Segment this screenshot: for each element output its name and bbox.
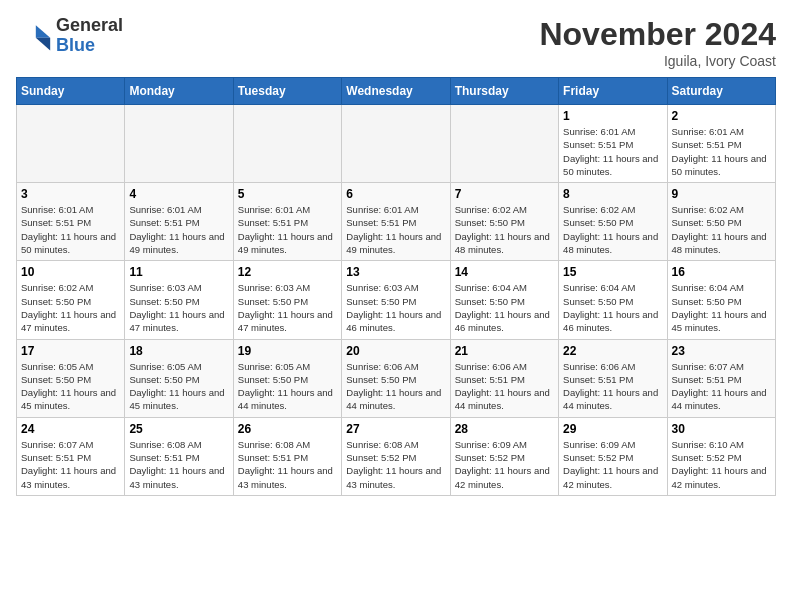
calendar-cell: 18Sunrise: 6:05 AM Sunset: 5:50 PM Dayli… bbox=[125, 339, 233, 417]
day-info: Sunrise: 6:05 AM Sunset: 5:50 PM Dayligh… bbox=[129, 360, 228, 413]
day-of-week-header: Monday bbox=[125, 78, 233, 105]
day-info: Sunrise: 6:01 AM Sunset: 5:51 PM Dayligh… bbox=[563, 125, 662, 178]
logo-blue: Blue bbox=[56, 35, 95, 55]
day-info: Sunrise: 6:04 AM Sunset: 5:50 PM Dayligh… bbox=[455, 281, 554, 334]
day-number: 27 bbox=[346, 422, 445, 436]
day-number: 20 bbox=[346, 344, 445, 358]
calendar-cell bbox=[450, 105, 558, 183]
calendar-cell: 12Sunrise: 6:03 AM Sunset: 5:50 PM Dayli… bbox=[233, 261, 341, 339]
calendar-cell: 15Sunrise: 6:04 AM Sunset: 5:50 PM Dayli… bbox=[559, 261, 667, 339]
day-info: Sunrise: 6:02 AM Sunset: 5:50 PM Dayligh… bbox=[455, 203, 554, 256]
calendar-cell: 5Sunrise: 6:01 AM Sunset: 5:51 PM Daylig… bbox=[233, 183, 341, 261]
calendar-cell: 25Sunrise: 6:08 AM Sunset: 5:51 PM Dayli… bbox=[125, 417, 233, 495]
calendar-cell: 8Sunrise: 6:02 AM Sunset: 5:50 PM Daylig… bbox=[559, 183, 667, 261]
day-info: Sunrise: 6:08 AM Sunset: 5:51 PM Dayligh… bbox=[129, 438, 228, 491]
day-number: 25 bbox=[129, 422, 228, 436]
day-info: Sunrise: 6:01 AM Sunset: 5:51 PM Dayligh… bbox=[238, 203, 337, 256]
calendar-cell: 17Sunrise: 6:05 AM Sunset: 5:50 PM Dayli… bbox=[17, 339, 125, 417]
calendar-week-row: 1Sunrise: 6:01 AM Sunset: 5:51 PM Daylig… bbox=[17, 105, 776, 183]
day-number: 4 bbox=[129, 187, 228, 201]
day-info: Sunrise: 6:04 AM Sunset: 5:50 PM Dayligh… bbox=[563, 281, 662, 334]
day-of-week-header: Tuesday bbox=[233, 78, 341, 105]
day-info: Sunrise: 6:05 AM Sunset: 5:50 PM Dayligh… bbox=[238, 360, 337, 413]
calendar-cell: 11Sunrise: 6:03 AM Sunset: 5:50 PM Dayli… bbox=[125, 261, 233, 339]
calendar-cell: 1Sunrise: 6:01 AM Sunset: 5:51 PM Daylig… bbox=[559, 105, 667, 183]
svg-marker-1 bbox=[36, 38, 50, 51]
day-number: 18 bbox=[129, 344, 228, 358]
day-number: 22 bbox=[563, 344, 662, 358]
calendar-cell: 6Sunrise: 6:01 AM Sunset: 5:51 PM Daylig… bbox=[342, 183, 450, 261]
calendar-week-row: 24Sunrise: 6:07 AM Sunset: 5:51 PM Dayli… bbox=[17, 417, 776, 495]
day-info: Sunrise: 6:07 AM Sunset: 5:51 PM Dayligh… bbox=[672, 360, 771, 413]
calendar-cell: 30Sunrise: 6:10 AM Sunset: 5:52 PM Dayli… bbox=[667, 417, 775, 495]
calendar-cell: 2Sunrise: 6:01 AM Sunset: 5:51 PM Daylig… bbox=[667, 105, 775, 183]
day-number: 30 bbox=[672, 422, 771, 436]
calendar-cell: 21Sunrise: 6:06 AM Sunset: 5:51 PM Dayli… bbox=[450, 339, 558, 417]
day-info: Sunrise: 6:01 AM Sunset: 5:51 PM Dayligh… bbox=[21, 203, 120, 256]
day-info: Sunrise: 6:09 AM Sunset: 5:52 PM Dayligh… bbox=[563, 438, 662, 491]
calendar-cell: 27Sunrise: 6:08 AM Sunset: 5:52 PM Dayli… bbox=[342, 417, 450, 495]
calendar-cell: 7Sunrise: 6:02 AM Sunset: 5:50 PM Daylig… bbox=[450, 183, 558, 261]
calendar-cell: 19Sunrise: 6:05 AM Sunset: 5:50 PM Dayli… bbox=[233, 339, 341, 417]
day-number: 1 bbox=[563, 109, 662, 123]
calendar-cell: 13Sunrise: 6:03 AM Sunset: 5:50 PM Dayli… bbox=[342, 261, 450, 339]
day-info: Sunrise: 6:02 AM Sunset: 5:50 PM Dayligh… bbox=[672, 203, 771, 256]
day-info: Sunrise: 6:04 AM Sunset: 5:50 PM Dayligh… bbox=[672, 281, 771, 334]
day-number: 24 bbox=[21, 422, 120, 436]
day-number: 14 bbox=[455, 265, 554, 279]
day-of-week-header: Sunday bbox=[17, 78, 125, 105]
calendar-cell: 16Sunrise: 6:04 AM Sunset: 5:50 PM Dayli… bbox=[667, 261, 775, 339]
calendar-week-row: 10Sunrise: 6:02 AM Sunset: 5:50 PM Dayli… bbox=[17, 261, 776, 339]
day-info: Sunrise: 6:10 AM Sunset: 5:52 PM Dayligh… bbox=[672, 438, 771, 491]
day-number: 9 bbox=[672, 187, 771, 201]
page-header: General Blue November 2024 Iguila, Ivory… bbox=[16, 16, 776, 69]
day-info: Sunrise: 6:01 AM Sunset: 5:51 PM Dayligh… bbox=[672, 125, 771, 178]
day-number: 19 bbox=[238, 344, 337, 358]
calendar-week-row: 17Sunrise: 6:05 AM Sunset: 5:50 PM Dayli… bbox=[17, 339, 776, 417]
calendar-cell: 28Sunrise: 6:09 AM Sunset: 5:52 PM Dayli… bbox=[450, 417, 558, 495]
day-number: 13 bbox=[346, 265, 445, 279]
day-info: Sunrise: 6:06 AM Sunset: 5:51 PM Dayligh… bbox=[455, 360, 554, 413]
day-number: 17 bbox=[21, 344, 120, 358]
day-number: 2 bbox=[672, 109, 771, 123]
day-of-week-header: Wednesday bbox=[342, 78, 450, 105]
day-number: 3 bbox=[21, 187, 120, 201]
day-info: Sunrise: 6:03 AM Sunset: 5:50 PM Dayligh… bbox=[238, 281, 337, 334]
day-info: Sunrise: 6:06 AM Sunset: 5:51 PM Dayligh… bbox=[563, 360, 662, 413]
day-info: Sunrise: 6:01 AM Sunset: 5:51 PM Dayligh… bbox=[346, 203, 445, 256]
calendar-cell: 14Sunrise: 6:04 AM Sunset: 5:50 PM Dayli… bbox=[450, 261, 558, 339]
logo: General Blue bbox=[16, 16, 123, 56]
day-info: Sunrise: 6:08 AM Sunset: 5:52 PM Dayligh… bbox=[346, 438, 445, 491]
calendar-cell: 26Sunrise: 6:08 AM Sunset: 5:51 PM Dayli… bbox=[233, 417, 341, 495]
day-number: 8 bbox=[563, 187, 662, 201]
calendar-cell: 4Sunrise: 6:01 AM Sunset: 5:51 PM Daylig… bbox=[125, 183, 233, 261]
day-info: Sunrise: 6:06 AM Sunset: 5:50 PM Dayligh… bbox=[346, 360, 445, 413]
day-of-week-header: Friday bbox=[559, 78, 667, 105]
logo-text: General Blue bbox=[56, 16, 123, 56]
day-number: 26 bbox=[238, 422, 337, 436]
day-number: 7 bbox=[455, 187, 554, 201]
calendar-cell: 24Sunrise: 6:07 AM Sunset: 5:51 PM Dayli… bbox=[17, 417, 125, 495]
day-number: 29 bbox=[563, 422, 662, 436]
day-info: Sunrise: 6:02 AM Sunset: 5:50 PM Dayligh… bbox=[563, 203, 662, 256]
month-title: November 2024 bbox=[539, 16, 776, 53]
calendar-cell bbox=[233, 105, 341, 183]
day-info: Sunrise: 6:09 AM Sunset: 5:52 PM Dayligh… bbox=[455, 438, 554, 491]
location: Iguila, Ivory Coast bbox=[539, 53, 776, 69]
logo-general: General bbox=[56, 15, 123, 35]
day-info: Sunrise: 6:03 AM Sunset: 5:50 PM Dayligh… bbox=[129, 281, 228, 334]
day-number: 6 bbox=[346, 187, 445, 201]
calendar-cell: 10Sunrise: 6:02 AM Sunset: 5:50 PM Dayli… bbox=[17, 261, 125, 339]
logo-icon bbox=[16, 18, 52, 54]
day-number: 5 bbox=[238, 187, 337, 201]
day-number: 16 bbox=[672, 265, 771, 279]
calendar-cell: 9Sunrise: 6:02 AM Sunset: 5:50 PM Daylig… bbox=[667, 183, 775, 261]
calendar-cell: 20Sunrise: 6:06 AM Sunset: 5:50 PM Dayli… bbox=[342, 339, 450, 417]
calendar-week-row: 3Sunrise: 6:01 AM Sunset: 5:51 PM Daylig… bbox=[17, 183, 776, 261]
calendar-cell bbox=[17, 105, 125, 183]
calendar-cell: 29Sunrise: 6:09 AM Sunset: 5:52 PM Dayli… bbox=[559, 417, 667, 495]
calendar-cell: 22Sunrise: 6:06 AM Sunset: 5:51 PM Dayli… bbox=[559, 339, 667, 417]
calendar-cell: 3Sunrise: 6:01 AM Sunset: 5:51 PM Daylig… bbox=[17, 183, 125, 261]
day-number: 15 bbox=[563, 265, 662, 279]
day-info: Sunrise: 6:08 AM Sunset: 5:51 PM Dayligh… bbox=[238, 438, 337, 491]
